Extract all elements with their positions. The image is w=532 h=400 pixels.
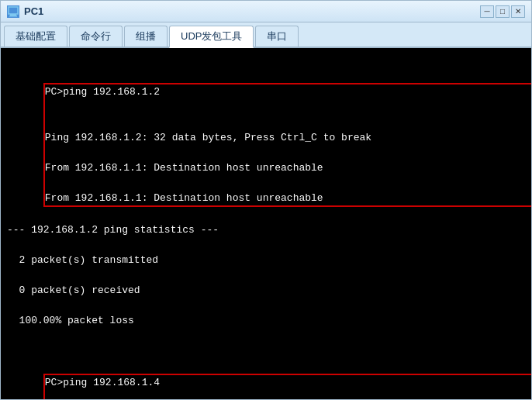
main-window: PC1 ─ □ ✕ 基础配置 命令行 组播 UDP发包工具 串口 PC>ping… [0,0,532,400]
terminal-content: PC>ping 192.168.1.2 Ping 192.168.1.2: 32… [7,53,525,399]
terminal-line: PC>ping 192.168.1.4 [45,375,531,391]
title-bar: PC1 ─ □ ✕ [1,1,531,22]
tab-command-line[interactable]: 命令行 [69,26,123,47]
minimize-button[interactable]: ─ [480,5,494,18]
terminal-line: 100.00% packet loss [7,313,525,329]
highlight-block-1: PC>ping 192.168.1.2 Ping 192.168.1.2: 32… [43,83,531,207]
terminal-line: Ping 192.168.1.2: 32 data bytes, Press C… [45,130,531,146]
window-icon [7,5,19,18]
tab-bar: 基础配置 命令行 组播 UDP发包工具 串口 [1,22,531,48]
tab-udp-tool[interactable]: UDP发包工具 [169,26,254,48]
terminal-line: --- 192.168.1.2 ping statistics --- [7,222,525,238]
terminal-line: PC>ping 192.168.1.2 [45,84,531,100]
svg-rect-1 [10,14,16,16]
tab-multicast[interactable]: 组播 [124,26,168,47]
maximize-button[interactable]: □ [496,5,510,18]
tab-serial[interactable]: 串口 [255,26,299,47]
terminal-area[interactable]: PC>ping 192.168.1.2 Ping 192.168.1.2: 32… [1,48,531,399]
terminal-line: 0 packet(s) received [7,283,525,298]
terminal-line: From 192.168.1.1: Destination host unrea… [45,191,531,206]
window-title: PC1 [24,5,475,17]
highlight-block-2: PC>ping 192.168.1.4 Ping 192.168.1.4: 32… [43,374,531,400]
svg-rect-2 [9,16,17,17]
window-controls: ─ □ ✕ [480,5,525,18]
close-button[interactable]: ✕ [511,5,525,18]
svg-rect-0 [9,7,18,14]
tab-basic-config[interactable]: 基础配置 [4,26,67,47]
terminal-line: From 192.168.1.1: Destination host unrea… [45,160,531,176]
terminal-line: 2 packet(s) transmitted [7,253,525,268]
